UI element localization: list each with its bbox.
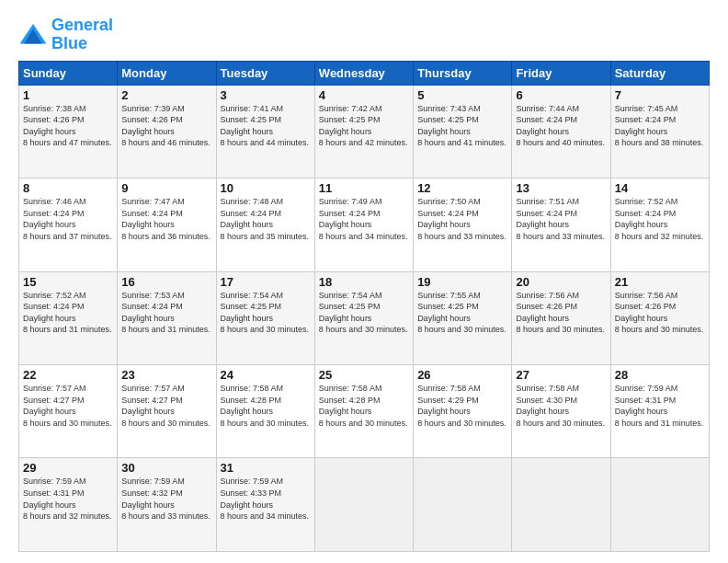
calendar-cell: 15 Sunrise: 7:52 AM Sunset: 4:24 PM Dayl… xyxy=(19,271,118,364)
calendar-header-wednesday: Wednesday xyxy=(314,61,413,85)
calendar-cell: 2 Sunrise: 7:39 AM Sunset: 4:26 PM Dayli… xyxy=(118,85,216,178)
header: General Blue xyxy=(18,17,710,53)
calendar-week-4: 22 Sunrise: 7:57 AM Sunset: 4:27 PM Dayl… xyxy=(19,365,710,458)
calendar-header-thursday: Thursday xyxy=(414,61,512,85)
calendar-header-friday: Friday xyxy=(512,61,610,85)
calendar-cell: 5 Sunrise: 7:43 AM Sunset: 4:25 PM Dayli… xyxy=(414,85,512,178)
calendar-table: SundayMondayTuesdayWednesdayThursdayFrid… xyxy=(18,61,710,552)
day-number: 2 xyxy=(121,88,211,102)
day-number: 13 xyxy=(516,181,606,195)
day-number: 20 xyxy=(516,275,606,289)
day-number: 26 xyxy=(417,368,507,382)
calendar-cell: 16 Sunrise: 7:53 AM Sunset: 4:24 PM Dayl… xyxy=(118,271,216,364)
calendar-cell: 23 Sunrise: 7:57 AM Sunset: 4:27 PM Dayl… xyxy=(118,365,216,458)
day-detail: Sunrise: 7:59 AM Sunset: 4:33 PM Dayligh… xyxy=(221,476,311,522)
day-number: 17 xyxy=(221,275,311,289)
calendar-cell xyxy=(414,458,512,552)
day-detail: Sunrise: 7:51 AM Sunset: 4:24 PM Dayligh… xyxy=(516,196,606,242)
day-number: 10 xyxy=(221,181,311,195)
day-number: 27 xyxy=(516,368,606,382)
day-number: 22 xyxy=(23,368,113,382)
day-detail: Sunrise: 7:56 AM Sunset: 4:26 PM Dayligh… xyxy=(516,290,606,336)
day-detail: Sunrise: 7:59 AM Sunset: 4:32 PM Dayligh… xyxy=(121,476,211,522)
calendar-cell: 18 Sunrise: 7:54 AM Sunset: 4:25 PM Dayl… xyxy=(314,271,413,364)
calendar-cell: 31 Sunrise: 7:59 AM Sunset: 4:33 PM Dayl… xyxy=(216,458,314,552)
calendar-cell: 11 Sunrise: 7:49 AM Sunset: 4:24 PM Dayl… xyxy=(314,178,413,271)
calendar-cell: 7 Sunrise: 7:45 AM Sunset: 4:24 PM Dayli… xyxy=(610,85,709,178)
day-number: 28 xyxy=(615,368,705,382)
calendar-cell: 27 Sunrise: 7:58 AM Sunset: 4:30 PM Dayl… xyxy=(512,365,610,458)
day-detail: Sunrise: 7:42 AM Sunset: 4:25 PM Dayligh… xyxy=(319,103,409,149)
day-number: 21 xyxy=(615,275,705,289)
day-number: 6 xyxy=(516,88,606,102)
day-detail: Sunrise: 7:54 AM Sunset: 4:25 PM Dayligh… xyxy=(221,290,311,336)
day-detail: Sunrise: 7:52 AM Sunset: 4:24 PM Dayligh… xyxy=(615,196,705,242)
logo-icon xyxy=(18,20,48,50)
day-number: 23 xyxy=(121,368,211,382)
calendar-week-5: 29 Sunrise: 7:59 AM Sunset: 4:31 PM Dayl… xyxy=(19,458,710,552)
calendar-cell: 28 Sunrise: 7:59 AM Sunset: 4:31 PM Dayl… xyxy=(610,365,709,458)
calendar-cell: 22 Sunrise: 7:57 AM Sunset: 4:27 PM Dayl… xyxy=(19,365,118,458)
day-number: 18 xyxy=(319,275,409,289)
day-detail: Sunrise: 7:39 AM Sunset: 4:26 PM Dayligh… xyxy=(121,103,211,149)
logo-text: General Blue xyxy=(51,17,113,53)
day-detail: Sunrise: 7:49 AM Sunset: 4:24 PM Dayligh… xyxy=(319,196,409,242)
calendar-cell: 17 Sunrise: 7:54 AM Sunset: 4:25 PM Dayl… xyxy=(216,271,314,364)
day-detail: Sunrise: 7:38 AM Sunset: 4:26 PM Dayligh… xyxy=(23,103,113,149)
calendar-cell: 26 Sunrise: 7:58 AM Sunset: 4:29 PM Dayl… xyxy=(414,365,512,458)
day-number: 3 xyxy=(221,88,311,102)
day-number: 29 xyxy=(23,461,113,475)
day-number: 14 xyxy=(615,181,705,195)
calendar-cell: 25 Sunrise: 7:58 AM Sunset: 4:28 PM Dayl… xyxy=(314,365,413,458)
day-detail: Sunrise: 7:58 AM Sunset: 4:30 PM Dayligh… xyxy=(516,383,606,429)
day-detail: Sunrise: 7:58 AM Sunset: 4:28 PM Dayligh… xyxy=(221,383,311,429)
day-detail: Sunrise: 7:47 AM Sunset: 4:24 PM Dayligh… xyxy=(121,196,211,242)
day-detail: Sunrise: 7:57 AM Sunset: 4:27 PM Dayligh… xyxy=(23,383,113,429)
logo: General Blue xyxy=(18,17,113,53)
calendar-header-sunday: Sunday xyxy=(19,61,118,85)
calendar-week-3: 15 Sunrise: 7:52 AM Sunset: 4:24 PM Dayl… xyxy=(19,271,710,364)
calendar-cell xyxy=(314,458,413,552)
calendar-cell: 6 Sunrise: 7:44 AM Sunset: 4:24 PM Dayli… xyxy=(512,85,610,178)
day-detail: Sunrise: 7:45 AM Sunset: 4:24 PM Dayligh… xyxy=(615,103,705,149)
calendar-cell: 29 Sunrise: 7:59 AM Sunset: 4:31 PM Dayl… xyxy=(19,458,118,552)
calendar-cell: 14 Sunrise: 7:52 AM Sunset: 4:24 PM Dayl… xyxy=(610,178,709,271)
calendar-cell: 19 Sunrise: 7:55 AM Sunset: 4:25 PM Dayl… xyxy=(414,271,512,364)
day-number: 16 xyxy=(121,275,211,289)
calendar-cell: 1 Sunrise: 7:38 AM Sunset: 4:26 PM Dayli… xyxy=(19,85,118,178)
calendar-cell: 24 Sunrise: 7:58 AM Sunset: 4:28 PM Dayl… xyxy=(216,365,314,458)
day-number: 11 xyxy=(319,181,409,195)
day-detail: Sunrise: 7:56 AM Sunset: 4:26 PM Dayligh… xyxy=(615,290,705,336)
day-number: 5 xyxy=(417,88,507,102)
day-detail: Sunrise: 7:44 AM Sunset: 4:24 PM Dayligh… xyxy=(516,103,606,149)
calendar-week-2: 8 Sunrise: 7:46 AM Sunset: 4:24 PM Dayli… xyxy=(19,178,710,271)
day-detail: Sunrise: 7:58 AM Sunset: 4:29 PM Dayligh… xyxy=(417,383,507,429)
day-number: 19 xyxy=(417,275,507,289)
day-number: 4 xyxy=(319,88,409,102)
day-detail: Sunrise: 7:55 AM Sunset: 4:25 PM Dayligh… xyxy=(417,290,507,336)
day-detail: Sunrise: 7:48 AM Sunset: 4:24 PM Dayligh… xyxy=(221,196,311,242)
day-number: 25 xyxy=(319,368,409,382)
day-detail: Sunrise: 7:59 AM Sunset: 4:31 PM Dayligh… xyxy=(23,476,113,522)
day-number: 24 xyxy=(221,368,311,382)
day-number: 7 xyxy=(615,88,705,102)
day-number: 15 xyxy=(23,275,113,289)
day-number: 8 xyxy=(23,181,113,195)
day-detail: Sunrise: 7:43 AM Sunset: 4:25 PM Dayligh… xyxy=(417,103,507,149)
calendar-cell: 3 Sunrise: 7:41 AM Sunset: 4:25 PM Dayli… xyxy=(216,85,314,178)
calendar-cell: 9 Sunrise: 7:47 AM Sunset: 4:24 PM Dayli… xyxy=(118,178,216,271)
calendar-cell: 30 Sunrise: 7:59 AM Sunset: 4:32 PM Dayl… xyxy=(118,458,216,552)
day-number: 31 xyxy=(221,461,311,475)
day-number: 1 xyxy=(23,88,113,102)
day-detail: Sunrise: 7:54 AM Sunset: 4:25 PM Dayligh… xyxy=(319,290,409,336)
calendar-cell: 10 Sunrise: 7:48 AM Sunset: 4:24 PM Dayl… xyxy=(216,178,314,271)
day-detail: Sunrise: 7:41 AM Sunset: 4:25 PM Dayligh… xyxy=(221,103,311,149)
day-detail: Sunrise: 7:59 AM Sunset: 4:31 PM Dayligh… xyxy=(615,383,705,429)
calendar-cell: 20 Sunrise: 7:56 AM Sunset: 4:26 PM Dayl… xyxy=(512,271,610,364)
day-detail: Sunrise: 7:52 AM Sunset: 4:24 PM Dayligh… xyxy=(23,290,113,336)
calendar-cell: 8 Sunrise: 7:46 AM Sunset: 4:24 PM Dayli… xyxy=(19,178,118,271)
calendar-cell: 4 Sunrise: 7:42 AM Sunset: 4:25 PM Dayli… xyxy=(314,85,413,178)
calendar-cell: 12 Sunrise: 7:50 AM Sunset: 4:24 PM Dayl… xyxy=(414,178,512,271)
day-detail: Sunrise: 7:50 AM Sunset: 4:24 PM Dayligh… xyxy=(417,196,507,242)
calendar-header-row: SundayMondayTuesdayWednesdayThursdayFrid… xyxy=(19,61,710,85)
